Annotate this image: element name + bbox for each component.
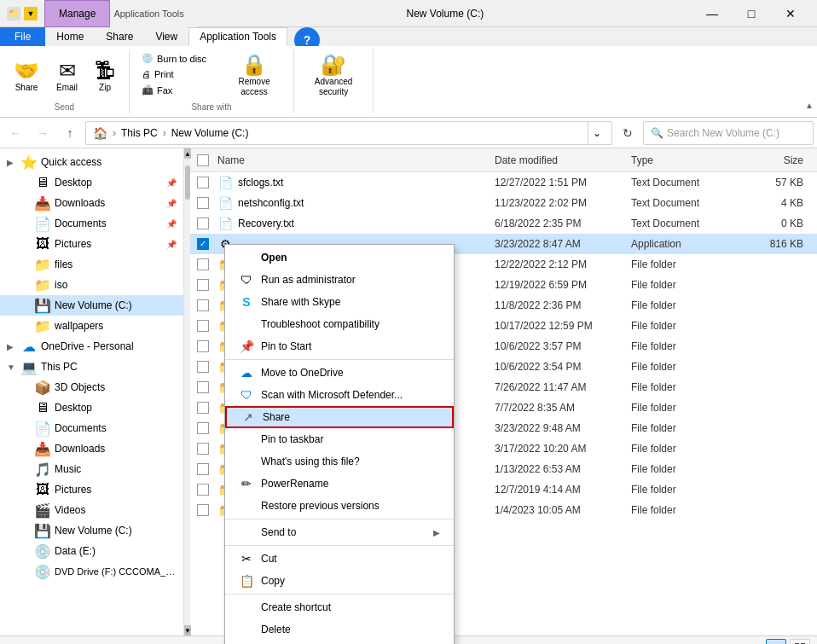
ctx-pin-taskbar[interactable]: Pin to taskbar [225, 428, 454, 450]
row-checkbox[interactable] [197, 320, 209, 332]
sidebar-item-new-volume-c[interactable]: 💾 New Volume (C:) [0, 520, 183, 541]
row-check[interactable] [197, 463, 217, 475]
sidebar-item-dvd-f[interactable]: 💿 DVD Drive (F:) CCCOMA_X64 [0, 561, 183, 582]
header-check[interactable] [197, 154, 217, 166]
remove-access-button[interactable]: 🔒 Remove access [222, 51, 287, 101]
maximize-button[interactable]: □ [732, 0, 771, 27]
sidebar-item-3d-objects[interactable]: 📦 3D Objects [0, 377, 183, 397]
sidebar-item-documents-pinned[interactable]: 📄 Documents 📌 [0, 213, 183, 234]
row-check[interactable] [197, 279, 217, 291]
tab-file[interactable]: File [0, 27, 45, 46]
sidebar-item-data-e[interactable]: 💿 Data (E:) [0, 541, 183, 561]
ctx-send-to[interactable]: Send to ▶ [225, 521, 454, 543]
sidebar-item-wallpapers[interactable]: 📁 wallpapers [0, 316, 183, 336]
row-check[interactable] [197, 381, 217, 393]
close-button[interactable]: ✕ [771, 0, 810, 27]
row-checkbox[interactable] [197, 381, 209, 393]
ctx-open[interactable]: Open [225, 247, 454, 269]
advanced-security-button[interactable]: 🔐 Advanced security [301, 51, 366, 101]
sidebar-item-downloads-pinned[interactable]: 📥 Downloads 📌 [0, 193, 183, 213]
header-date[interactable]: Date modified [495, 154, 631, 166]
tab-view[interactable]: View [144, 27, 188, 46]
ctx-cut[interactable]: ✂ Cut [225, 548, 454, 570]
row-checkbox[interactable] [197, 443, 209, 455]
ctx-create-shortcut[interactable]: Create shortcut [225, 596, 454, 618]
ctx-pin-start[interactable]: 📌 Pin to Start [225, 335, 454, 357]
row-checkbox[interactable] [197, 504, 209, 516]
sidebar-item-downloads[interactable]: 📥 Downloads [0, 438, 183, 459]
row-check[interactable]: ✓ [197, 238, 217, 250]
address-dropdown[interactable]: ⌄ [588, 121, 605, 145]
tab-manage[interactable]: Manage [44, 0, 110, 27]
header-size[interactable]: Size [742, 154, 810, 166]
refresh-button[interactable]: ↻ [616, 121, 640, 145]
row-check[interactable] [197, 177, 217, 189]
row-check[interactable] [197, 340, 217, 352]
row-check[interactable] [197, 402, 217, 414]
ctx-rename[interactable]: Rename [225, 641, 454, 644]
ctx-scan-defender[interactable]: 🛡 Scan with Microsoft Defender... [225, 384, 454, 406]
sidebar-item-desktop[interactable]: 🖥 Desktop [0, 397, 183, 418]
forward-button[interactable]: → [31, 121, 55, 145]
scroll-down-arrow[interactable]: ▼ [184, 625, 191, 635]
ribbon-expand-icon[interactable]: ▲ [805, 101, 814, 110]
select-all-checkbox[interactable] [197, 154, 209, 166]
ctx-whats-using[interactable]: What's using this file? [225, 450, 454, 473]
ctx-delete[interactable]: Delete [225, 618, 454, 641]
row-check[interactable] [197, 361, 217, 373]
ctx-powerrename[interactable]: ✏ PowerRename [225, 473, 454, 495]
burn-disc-button[interactable]: 💿 Burn to disc [136, 51, 211, 66]
sidebar-item-new-volume-c-pinned[interactable]: 💾 New Volume (C:) [0, 295, 183, 316]
row-checkbox[interactable] [197, 258, 209, 270]
address-bar[interactable]: 🏠 › This PC › New Volume (C:) ⌄ [85, 121, 612, 145]
view-details-button[interactable] [766, 639, 786, 645]
sidebar-item-music[interactable]: 🎵 Music [0, 459, 183, 479]
ctx-restore-prev[interactable]: Restore previous versions [225, 495, 454, 517]
sidebar-item-pictures[interactable]: 🖼 Pictures [0, 479, 183, 500]
sidebar-item-documents[interactable]: 📄 Documents [0, 418, 183, 438]
table-row[interactable]: 📄 sfclogs.txt 12/27/2022 1:51 PM Text Do… [190, 172, 817, 193]
row-checkbox[interactable] [197, 422, 209, 434]
ctx-troubleshoot[interactable]: Troubleshoot compatibility [225, 313, 454, 335]
sidebar-item-quick-access[interactable]: ▶ ⭐ Quick access [0, 152, 183, 172]
header-type[interactable]: Type [631, 154, 742, 166]
sidebar-item-files[interactable]: 📁 files [0, 254, 183, 275]
row-checkbox[interactable] [197, 361, 209, 373]
sidebar-item-videos[interactable]: 🎬 Videos [0, 500, 183, 520]
sidebar-item-this-pc[interactable]: ▼ 💻 This PC [0, 357, 183, 377]
sidebar-scrollbar[interactable]: ▲ ▼ [183, 148, 190, 635]
row-checkbox[interactable] [197, 299, 209, 311]
up-button[interactable]: ↑ [58, 121, 82, 145]
row-check[interactable] [197, 258, 217, 270]
ctx-share[interactable]: ↗ Share [225, 406, 454, 428]
sidebar-item-desktop-pinned[interactable]: 🖥 Desktop 📌 [0, 172, 183, 193]
tab-home[interactable]: Home [45, 27, 95, 46]
ctx-copy[interactable]: 📋 Copy [225, 570, 454, 592]
table-row[interactable]: 📄 Recovery.txt 6/18/2022 2:35 PM Text Do… [190, 213, 817, 234]
ctx-run-as-admin[interactable]: 🛡 Run as administrator [225, 269, 454, 291]
row-check[interactable] [197, 484, 217, 496]
email-button[interactable]: ✉ Email [49, 57, 84, 96]
back-button[interactable]: ← [3, 121, 27, 145]
row-checkbox[interactable]: ✓ [197, 238, 209, 250]
row-check[interactable] [197, 320, 217, 332]
scroll-up-arrow[interactable]: ▲ [184, 148, 191, 159]
row-check[interactable] [197, 218, 217, 229]
row-checkbox[interactable] [197, 402, 209, 414]
header-name[interactable]: Name [217, 154, 495, 166]
tab-application-tools[interactable]: Application Tools [188, 27, 287, 46]
sidebar-item-iso[interactable]: 📁 iso [0, 275, 183, 295]
row-check[interactable] [197, 299, 217, 311]
fax-button[interactable]: 📠 Fax [136, 83, 211, 97]
row-checkbox[interactable] [197, 197, 209, 209]
share-button[interactable]: 🤝 Share [7, 57, 46, 96]
row-checkbox[interactable] [197, 177, 209, 189]
row-check[interactable] [197, 443, 217, 455]
row-checkbox[interactable] [197, 279, 209, 291]
ctx-move-onedrive[interactable]: ☁ Move to OneDrive [225, 362, 454, 384]
sidebar-item-onedrive[interactable]: ▶ ☁ OneDrive - Personal [0, 336, 183, 357]
tab-share[interactable]: Share [95, 27, 144, 46]
table-row[interactable]: 📄 netshconfig.txt 11/23/2022 2:02 PM Tex… [190, 193, 817, 213]
row-checkbox[interactable] [197, 463, 209, 475]
ctx-share-skype[interactable]: S Share with Skype [225, 291, 454, 313]
